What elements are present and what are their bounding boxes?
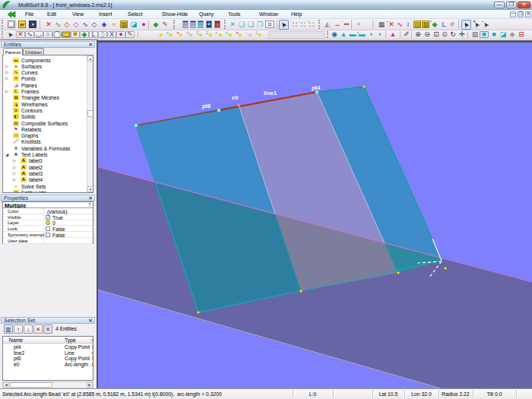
property-value[interactable]: False — [52, 233, 65, 238]
menu-show-hide[interactable]: Show-Hide — [160, 10, 189, 19]
mdi-close-button[interactable]: ✕ — [525, 11, 531, 17]
filter-l-icon[interactable]: L — [89, 31, 98, 38]
checkbox-icon[interactable] — [46, 233, 50, 237]
mdi-minimize-button[interactable]: — — [510, 11, 516, 17]
expand-icon[interactable]: ▷ — [5, 64, 8, 68]
filter-v-icon[interactable]: ◡ — [34, 31, 43, 38]
new-surface-icon[interactable]: ◇ — [62, 20, 71, 29]
move-up-button[interactable]: ↑ — [14, 325, 23, 334]
tree-item-label3[interactable]: ▷Alabel3 — [3, 170, 93, 176]
tree-scrollbar[interactable]: ▲ ▼ — [87, 55, 93, 192]
wireframe-mode-icon[interactable]: ▧ — [470, 31, 480, 38]
render-icon[interactable]: ▲ — [388, 31, 397, 38]
faded-star-icon[interactable]: ✦ — [354, 20, 363, 29]
checkbox-icon[interactable] — [46, 226, 50, 231]
blue-surface-icon[interactable]: ◇ — [90, 20, 99, 29]
hscroll-thumb[interactable] — [10, 382, 52, 388]
label-e0[interactable]: e0 — [232, 94, 238, 101]
label-pt6[interactable]: pt6 — [202, 103, 211, 109]
property-value[interactable]: True — [52, 215, 63, 220]
tree-item-graphs[interactable]: ▭Graphs — [3, 133, 93, 139]
menu-edit[interactable]: Edit — [46, 10, 58, 19]
property-value[interactable]: 0 — [52, 220, 55, 226]
move-down-button[interactable]: ↓ — [24, 325, 33, 334]
green-diamond2-icon[interactable]: ◆• — [430, 20, 439, 29]
column-header-name[interactable]: Name — [9, 337, 23, 343]
close-button[interactable]: ✕ — [518, 2, 530, 8]
scroll-left-icon[interactable]: ◀ — [3, 382, 9, 388]
bulb-eq-icon[interactable]: ●Ξ — [255, 31, 264, 38]
label-pt4[interactable]: pt4 — [312, 84, 321, 91]
view-oblique-icon[interactable]: ◗ — [375, 31, 385, 38]
tree-item-contours[interactable]: ≋Contours — [3, 107, 93, 113]
viewport-3d[interactable]: pt6e0line1pt4 — [97, 40, 532, 388]
filter-star-icon[interactable]: ✹ — [71, 31, 80, 38]
filter-diamond-icon[interactable]: ◆ — [80, 31, 89, 38]
tree-item-label4[interactable]: ▷Alabel4 — [3, 177, 93, 183]
tree-item-text-labels[interactable]: ◢AText Labels — [3, 152, 93, 158]
scroll-right-icon[interactable]: ▶ — [87, 382, 93, 388]
bulb-bars2-icon[interactable]: ●≡ — [226, 31, 235, 38]
minimize-button[interactable]: — — [494, 2, 505, 8]
new-curve-icon[interactable]: ∿ — [53, 20, 62, 29]
tree-item-curves[interactable]: ▷∿Curves — [3, 70, 93, 76]
pointer-mode-icon[interactable]: ➤ — [461, 20, 471, 30]
bulb-bars-icon[interactable]: ●≡ — [166, 31, 176, 38]
tree-item-surfaces[interactable]: ▷◆Surfaces — [3, 63, 93, 69]
paste-b-icon[interactable]: ❏ — [246, 20, 255, 29]
expand-icon[interactable]: ▷ — [5, 70, 8, 74]
redline-mode-icon[interactable]: ⊟ — [517, 31, 526, 38]
green-diamond-icon[interactable]: ◆ — [151, 20, 160, 29]
table-cursor-icon[interactable]: ▦ — [197, 20, 204, 29]
filter-pencil-icon[interactable]: ✎ — [125, 31, 135, 38]
paste-a-icon[interactable]: ❏ — [237, 20, 246, 29]
bulb-x2-icon[interactable]: ●✕ — [236, 31, 245, 38]
select-cursor-icon[interactable]: ➤ — [279, 20, 289, 30]
snake-icon[interactable]: ≈ — [109, 20, 119, 29]
tree-item-planes[interactable]: ◪Planes — [3, 82, 93, 88]
table-a-icon[interactable]: ▦ — [182, 20, 189, 29]
filter-curve-icon[interactable]: ∿ — [25, 31, 34, 38]
filter-ring-icon[interactable]: ◯ — [52, 31, 62, 38]
gray-frame-icon[interactable]: # — [448, 20, 457, 29]
boundary1-end-marker[interactable] — [299, 290, 302, 293]
boundary2-end-marker[interactable] — [397, 271, 400, 274]
filter-box-icon[interactable]: ▯ — [98, 31, 107, 38]
gray-diamond-icon[interactable]: ◆ — [508, 31, 517, 38]
apex-marker[interactable] — [444, 267, 447, 270]
bulb-e2-icon[interactable]: ●Ξ — [206, 31, 215, 38]
column-header-type[interactable]: Type — [65, 337, 76, 343]
property-value[interactable]: (various) — [47, 209, 67, 214]
tree-item-triangle-meshes[interactable]: ▦Triangle Meshes — [3, 95, 93, 101]
remove-button[interactable]: ✕ — [33, 325, 43, 334]
collapse-icon[interactable]: ◢ — [5, 152, 8, 157]
menu-help[interactable]: Help — [290, 10, 303, 19]
tree-item-points[interactable]: ▷✕Points — [3, 76, 93, 82]
tree-item-composite-surfaces[interactable]: ▤Composite Surfaces — [3, 120, 93, 126]
rotate-icon[interactable]: ↻ — [448, 31, 458, 38]
red-arrows-icon[interactable]: ↔ — [333, 20, 342, 29]
filter-xeq-icon[interactable]: X — [107, 31, 116, 38]
expand-icon[interactable]: ▷ — [13, 165, 16, 169]
tree-item-frames[interactable]: ▷ĿFrames — [3, 89, 93, 95]
zoom-out-icon[interactable]: ⊖ — [423, 31, 432, 38]
entities-close-icon[interactable]: ✕ — [88, 42, 93, 48]
tree-item-variables-formulas[interactable]: XVariables & Formulas — [3, 145, 93, 151]
mdi-restore-button[interactable]: ❐ — [518, 11, 524, 17]
column-header-class[interactable]: Class — [92, 337, 93, 343]
red-dots-icon[interactable]: ••• — [342, 20, 351, 29]
clear-button[interactable]: ✕ — [43, 325, 52, 334]
dark-grid-icon[interactable]: ▦ — [377, 20, 386, 29]
menu-tools[interactable]: Tools — [226, 10, 242, 19]
expand-icon[interactable]: ▷ — [13, 177, 16, 182]
tab-parents[interactable]: Parents — [3, 48, 23, 55]
grip[interactable] — [327, 31, 328, 38]
tree-item-entity-lists[interactable]: ▤Entity Lists — [3, 189, 93, 193]
delete-icon[interactable]: ✕ — [44, 20, 53, 29]
menu-view[interactable]: View — [71, 10, 85, 19]
corner-bottomleft-marker[interactable] — [197, 311, 200, 314]
knot-icon[interactable]: ≀ — [404, 20, 413, 29]
menu-query[interactable]: Query — [198, 10, 215, 19]
bulb-e1-icon[interactable]: ●Ξ — [196, 31, 205, 38]
bulb-gray-icon[interactable]: ●⟳ — [186, 31, 195, 38]
